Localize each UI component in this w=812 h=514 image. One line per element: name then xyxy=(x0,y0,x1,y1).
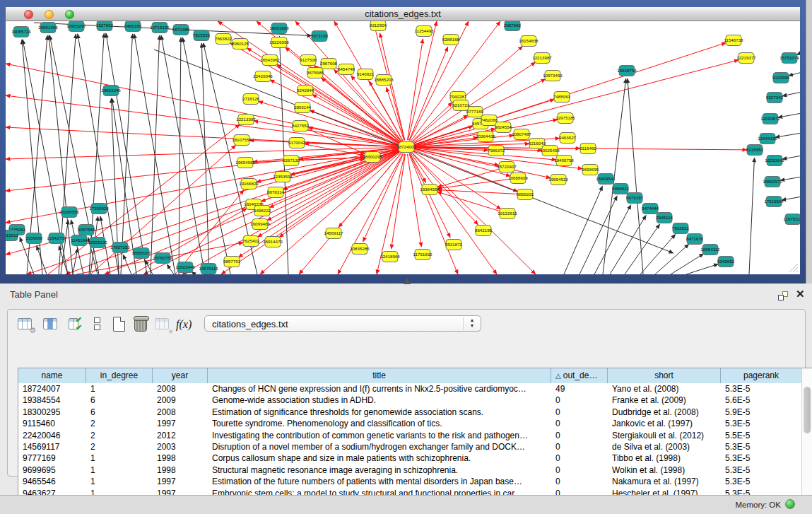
graph-node-label: 6671385 xyxy=(172,27,190,32)
graph-node-label: 12342757 xyxy=(47,235,66,240)
graph-node-label: 14569117 xyxy=(324,230,343,235)
graph-node-label: 19055724 xyxy=(11,29,31,34)
graph-node-label: 9699695 xyxy=(582,167,599,172)
graph-node-label: 16154838 xyxy=(519,38,539,43)
column-header-in_degree[interactable]: in_degree xyxy=(86,368,153,383)
column-header-title[interactable]: title xyxy=(208,368,551,383)
vertical-scrollbar[interactable] xyxy=(801,368,812,499)
table-body: 1872400712008Changes of HCN gene express… xyxy=(18,383,802,499)
graph-node-label: 9245652 xyxy=(717,259,735,264)
column-header-year[interactable]: year xyxy=(153,368,208,383)
graph-node-label: 9474444 xyxy=(642,206,659,211)
network-graph-canvas[interactable]: 1905572420691406109552971527602646616010… xyxy=(6,21,800,274)
graph-node-label: 1527602 xyxy=(96,23,114,28)
cell-year: 2012 xyxy=(153,430,208,441)
table-row[interactable]: 977716911998Corpus callosum shape and si… xyxy=(18,452,802,464)
rows-icon[interactable] xyxy=(88,316,107,333)
graph-node-label: 1145194 xyxy=(71,238,88,243)
column-header-short[interactable]: short xyxy=(608,368,721,383)
graph-node-label: 10688609 xyxy=(508,175,528,180)
graph-node-label: 8471676 xyxy=(686,236,704,241)
graph-node-label: 6679197 xyxy=(626,195,644,200)
cell-year: 2008 xyxy=(153,383,208,395)
table-row[interactable]: 969969511998Structural magnetic resonanc… xyxy=(18,465,802,476)
cell-out_de: 0 xyxy=(551,465,608,476)
graph-node-label: 11731832 xyxy=(413,252,433,257)
graph-node-label: 16409541 xyxy=(596,176,616,181)
graph-node-label: 8454749 xyxy=(338,66,355,71)
cell-title: Genome-wide association studies in ADHD. xyxy=(208,395,551,406)
graph-node-label: 8267130 xyxy=(283,158,300,163)
column-header-pagerank[interactable]: pagerank xyxy=(721,368,802,383)
cell-out_de: 49 xyxy=(551,383,608,395)
graph-node-label: 8642195 xyxy=(475,228,493,233)
column-header-name[interactable]: name xyxy=(18,368,86,383)
cell-pagerank: 5.6E-5 xyxy=(721,395,802,406)
network-view-window[interactable]: citations_edges.txt 19055724206914061095… xyxy=(0,0,806,284)
table-select-dropdown[interactable]: citations_edges.txt ▲▼ xyxy=(204,315,481,332)
minimize-window-icon[interactable] xyxy=(45,10,54,19)
scrollbar-thumb[interactable] xyxy=(804,387,811,433)
graph-node-label: 18107554 xyxy=(232,137,252,142)
cell-short: Stergiakouli et al. (2012) xyxy=(608,430,721,441)
graph-node-label: 6216043 xyxy=(529,141,546,146)
graph-node-label: 7485063 xyxy=(553,94,571,99)
delete-table-icon[interactable] xyxy=(132,316,151,333)
graph-node-label: 10654112 xyxy=(700,247,720,252)
graph-node-label: 10122615 xyxy=(498,211,517,216)
cell-short: de Silva et al. (2003) xyxy=(608,441,721,452)
table-row[interactable]: 1938455462009Genome-wide association stu… xyxy=(18,395,802,406)
cell-year: 1998 xyxy=(153,452,208,464)
panel-title: Table Panel xyxy=(10,289,58,300)
graph-node-label: 7940287 xyxy=(449,94,467,99)
window-titlebar[interactable]: citations_edges.txt xyxy=(6,7,800,21)
table-row[interactable]: 946554611997Estimation of the future num… xyxy=(18,476,802,487)
cell-short: Jankovic et al. (1997) xyxy=(608,418,721,429)
cell-out_de: 0 xyxy=(551,476,608,487)
graph-node-label: 11675316 xyxy=(783,216,800,221)
table-row[interactable]: 2242004622012Investigating the contribut… xyxy=(18,430,802,441)
graph-node-label: 16914479 xyxy=(263,239,283,244)
graph-node-label: 11254493 xyxy=(414,28,434,33)
resize-grip-icon[interactable] xyxy=(787,262,799,273)
table-row[interactable]: 1872400712008Changes of HCN gene express… xyxy=(18,383,802,395)
graph-node-label: 2087682 xyxy=(504,23,522,28)
graph-node-label: 12213987 xyxy=(532,55,552,60)
graph-node-label: 8215953 xyxy=(746,147,764,152)
cell-name: 14569117 xyxy=(18,441,86,452)
graph-node-label: 9242844 xyxy=(297,88,314,93)
table-row[interactable]: 1830029562008Estimation of significance … xyxy=(18,407,802,418)
graph-node-label: 9129996 xyxy=(772,75,790,80)
graph-node-label: 8878314 xyxy=(267,189,285,194)
desktop-background-strip xyxy=(806,0,812,284)
graph-node-label: 22420046 xyxy=(253,74,273,78)
cell-title: Corpus callosum shape and size in male p… xyxy=(208,452,551,464)
cell-name: 19384554 xyxy=(18,395,86,406)
select-rows-icon[interactable]: ✔✔ xyxy=(67,316,86,333)
function-builder-icon[interactable]: f(x) xyxy=(176,318,194,335)
close-window-icon[interactable] xyxy=(24,10,33,19)
graph-node-label: 18724007 xyxy=(396,144,416,149)
graph-node-label: 9777169 xyxy=(466,109,484,114)
column-header-out_de[interactable]: △out_de… xyxy=(551,368,608,383)
table-row[interactable]: 1456911722003Disruption of a novel membe… xyxy=(18,441,802,452)
zoom-window-icon[interactable] xyxy=(65,10,74,19)
close-panel-icon[interactable]: ✕ xyxy=(796,288,805,300)
table-row[interactable]: 911546021997Tourette syndrome. Phenomeno… xyxy=(18,418,802,429)
table-panel: Table Panel ✕ ⚙ ✔✔ ● f(x) citations_edge… xyxy=(0,284,812,495)
cell-year: 1998 xyxy=(153,465,208,476)
graph-node-label: 16210643 xyxy=(765,158,784,163)
table-settings-icon[interactable]: ⚙ xyxy=(16,316,35,333)
column-chooser-icon[interactable] xyxy=(42,316,60,333)
graph-node-label: 9858201 xyxy=(517,192,534,197)
graph-node-label: 3675685 xyxy=(307,70,324,75)
new-table-icon[interactable] xyxy=(111,316,129,333)
graph-node-label: 12418964 xyxy=(380,254,400,259)
graph-node-label: 9857791 xyxy=(223,259,241,264)
cell-in_degree: 1 xyxy=(86,465,153,476)
cell-name: 9465546 xyxy=(18,476,86,487)
cell-pagerank: 5.3E-5 xyxy=(721,418,802,429)
graph-node-label: 16782759 xyxy=(153,255,172,260)
float-panel-icon[interactable] xyxy=(778,291,789,302)
cell-short: Nakamura et al. (1997) xyxy=(608,476,721,487)
